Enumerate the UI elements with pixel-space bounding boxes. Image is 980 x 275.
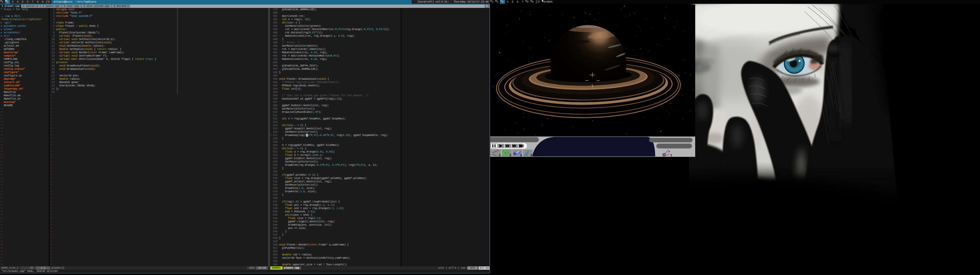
svg-text:3: 3 (520, 153, 522, 157)
svg-text:7: 7 (670, 154, 672, 157)
svg-text:2: 2 (509, 153, 511, 157)
svg-text:4: 4 (530, 153, 532, 157)
svg-text:1: 1 (499, 153, 501, 157)
